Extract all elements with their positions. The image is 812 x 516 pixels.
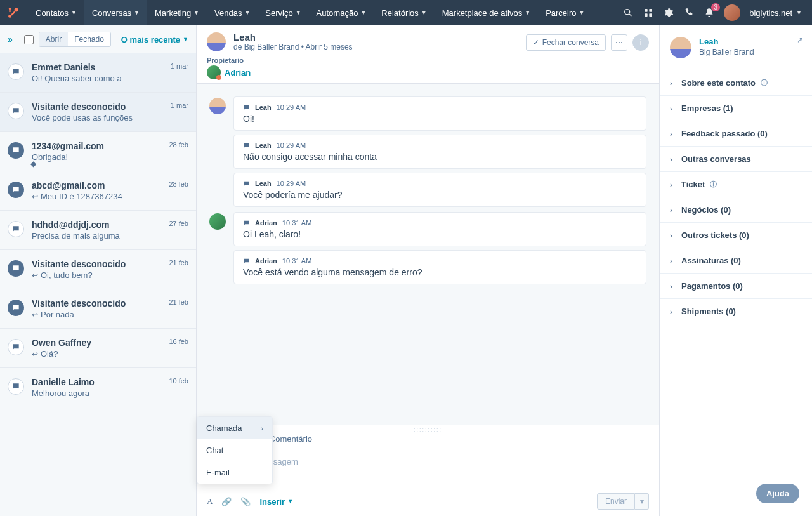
conversation-row-preview: Você pode usas as funções (32, 113, 163, 122)
sidebar-section-label: Pagamentos (0) (681, 281, 743, 291)
info-button[interactable]: i (632, 34, 649, 51)
svg-rect-8 (649, 9, 652, 12)
tab-open[interactable]: Abrir (39, 32, 68, 46)
composer-tab-comment[interactable]: Comentário (267, 427, 315, 450)
chevron-right-icon: › (670, 155, 676, 163)
channel-menu-option-label: E-mail (206, 468, 230, 477)
conversation-row[interactable]: Visitante desconocido ↩Oi, tudo bem? 21 … (0, 250, 196, 289)
sidebar-section[interactable]: ›Ticketⓘ (660, 171, 812, 197)
conversation-list: Emmet Daniels Oi! Queria saber como a 1 … (0, 53, 196, 516)
channel-menu-option[interactable]: E-mail (197, 461, 272, 484)
tag-icon: ◆ (30, 159, 36, 168)
text-style-icon[interactable]: A (207, 496, 213, 506)
message-bubble: Leah 10:29 AM Você podería me ajudar? (233, 173, 646, 207)
sidebar-section[interactable]: ›Feedback passado (0) (660, 121, 812, 146)
tab-closed[interactable]: Fechado (68, 32, 110, 46)
attachment-icon[interactable]: 📎 (240, 497, 251, 506)
conversation-row-preview: Precisa de mais alguma (32, 231, 161, 241)
channel-chip-icon (8, 63, 24, 80)
conversation-row[interactable]: Emmet Daniels Oi! Queria saber como a 1 … (0, 53, 196, 93)
message-avatar (209, 213, 226, 230)
conversation-row-date: 27 feb (169, 220, 188, 241)
conversation-row-date: 10 feb (169, 377, 188, 398)
notifications-icon[interactable]: 3 (704, 7, 715, 18)
message-text: Você está vendo alguma mensagem de erro? (243, 267, 637, 277)
more-actions-button[interactable]: ⋯ (611, 34, 627, 51)
contact-sidebar: Leah Big Baller Brand ↗ ›Sobre este cont… (660, 25, 812, 516)
nav-item[interactable]: Serviço▼ (258, 0, 308, 25)
nav-item[interactable]: Automação▼ (309, 0, 374, 25)
channel-chip-icon (8, 103, 24, 119)
sidebar-section[interactable]: ›Empresas (1) (660, 95, 812, 121)
conversation-row-date: 1 mar (171, 62, 188, 83)
channel-menu-option-label: Chamada (206, 423, 242, 433)
check-icon: ✓ (533, 38, 539, 47)
sidebar-section[interactable]: ›Outras conversas (660, 146, 812, 171)
conversation-row-name: Owen Gaffney (32, 338, 161, 348)
channel-chip-icon (8, 339, 24, 355)
insert-label: Inserir (259, 497, 285, 506)
caret-down-icon: ▼ (193, 10, 199, 16)
nav-item[interactable]: Conversas▼ (84, 0, 147, 25)
channel-menu-option[interactable]: Chat (197, 439, 272, 461)
channel-menu-option[interactable]: Chamada› (197, 417, 272, 439)
conversation-row[interactable]: Owen Gaffney ↩Olá? 16 feb (0, 329, 196, 368)
conversation-subtitle: de Big Baller Brand • Abrir 5 meses (233, 43, 353, 51)
conversation-row[interactable]: Danielle Laimo Melhorou agora 10 feb (0, 368, 196, 407)
owner-name-link[interactable]: Adrian (225, 68, 251, 77)
nav-item-label: Marketplace de ativos (442, 8, 522, 18)
conversation-row[interactable]: Visitante desconocido ↩Por nada 21 feb (0, 289, 196, 329)
nav-item[interactable]: Relatórios▼ (374, 0, 434, 25)
conversation-pane: Leah de Big Baller Brand • Abrir 5 meses… (197, 25, 660, 516)
external-link-icon[interactable]: ↗ (797, 36, 803, 44)
hubspot-logo-icon[interactable] (6, 6, 20, 20)
conversation-row-preview: Melhorou agora (32, 388, 161, 398)
channel-chip-icon (8, 142, 24, 159)
marketplace-icon[interactable] (643, 7, 654, 18)
user-avatar[interactable] (724, 4, 740, 21)
settings-icon[interactable] (663, 7, 674, 18)
send-options-button[interactable]: ▾ (635, 493, 649, 510)
account-switcher[interactable]: biglytics.net▼ (749, 8, 802, 18)
search-icon[interactable] (622, 7, 634, 18)
sidebar-section[interactable]: ›Sobre este contatoⓘ (660, 70, 812, 95)
nav-item[interactable]: Vendas▼ (207, 0, 258, 25)
phone-icon[interactable] (683, 7, 695, 18)
chat-icon (243, 142, 250, 149)
nav-item-label: Vendas (214, 8, 242, 18)
close-conversation-button[interactable]: ✓Fechar conversa (526, 34, 606, 51)
svg-rect-10 (649, 13, 652, 17)
conversation-row[interactable]: hdhdd@ddjdj.com Precisa de mais alguma 2… (0, 211, 196, 250)
svg-rect-2 (11, 11, 16, 16)
caret-down-icon: ▼ (360, 10, 366, 16)
collapse-sidebar-icon[interactable]: » (8, 34, 13, 44)
close-conversation-label: Fechar conversa (542, 38, 599, 47)
select-all-checkbox[interactable] (24, 35, 34, 44)
conversation-row-preview: ↩Olá? (32, 349, 161, 359)
resize-grip-icon[interactable]: :::::::::: (414, 427, 442, 433)
nav-item[interactable]: Marketing▼ (147, 0, 207, 25)
owner-label: Propietario (207, 56, 649, 64)
sidebar-section[interactable]: ›Outros tickets (0) (660, 222, 812, 248)
info-icon: ⓘ (761, 78, 768, 88)
svg-rect-4 (9, 9, 10, 12)
help-button[interactable]: Ajuda (756, 484, 799, 503)
sidebar-contact-name[interactable]: Leah (699, 37, 754, 46)
sort-dropdown[interactable]: O mais recente▼ (121, 35, 188, 44)
nav-item[interactable]: Parceiro▼ (538, 0, 592, 25)
sidebar-section[interactable]: ›Shipments (0) (660, 298, 812, 324)
send-button[interactable]: Enviar (597, 493, 635, 510)
nav-item[interactable]: Marketplace de ativos▼ (435, 0, 538, 25)
sidebar-section[interactable]: ›Pagamentos (0) (660, 273, 812, 298)
conversation-row[interactable]: abcd@gmail.com ↩Meu ID é 1287367234 28 f… (0, 171, 196, 211)
insert-dropdown[interactable]: Inserir▼ (259, 497, 293, 506)
conversation-row[interactable]: Visitante desconocido Você pode usas as … (0, 93, 196, 132)
conversation-row-preview: Obrigada! (32, 152, 161, 162)
sidebar-section[interactable]: ›Negócios (0) (660, 197, 812, 222)
channel-chip-icon (8, 260, 24, 277)
nav-item[interactable]: Contatos▼ (28, 0, 84, 25)
link-icon[interactable]: 🔗 (221, 497, 232, 506)
sidebar-section[interactable]: ›Assinaturas (0) (660, 248, 812, 273)
conversation-row-preview: ↩Por nada (32, 310, 161, 319)
conversation-row[interactable]: 1234@gmail.com Obrigada! 28 feb ◆ (0, 132, 196, 171)
